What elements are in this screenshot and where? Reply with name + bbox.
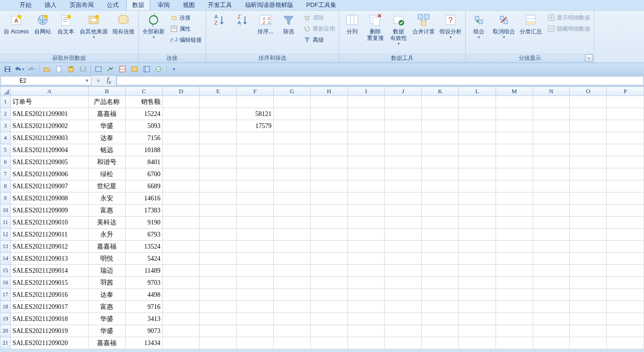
- cell-I7[interactable]: [348, 168, 385, 180]
- cell-N1[interactable]: [533, 96, 570, 108]
- tab-2[interactable]: 页面布局: [64, 0, 99, 10]
- row-header-1[interactable]: 1: [0, 96, 11, 108]
- cell-A9[interactable]: SALES20211209008: [10, 192, 88, 205]
- cell-O9[interactable]: [570, 192, 607, 205]
- col-header-F[interactable]: F: [237, 87, 274, 96]
- cell-M13[interactable]: [496, 241, 533, 253]
- cell-J4[interactable]: [385, 132, 422, 144]
- cell-C2[interactable]: 15224: [125, 108, 162, 120]
- qat-extra-6-icon[interactable]: [154, 64, 163, 74]
- row-header-9[interactable]: 9: [0, 192, 11, 205]
- cell-M14[interactable]: [496, 253, 533, 265]
- cell-P11[interactable]: [607, 217, 644, 229]
- cell-H3[interactable]: [310, 120, 348, 132]
- redo-icon[interactable]: ▾: [27, 64, 36, 74]
- cell-C4[interactable]: 7156: [125, 132, 162, 144]
- cell-E17[interactable]: [200, 289, 237, 301]
- cell-B19[interactable]: 华盛: [88, 313, 125, 325]
- cell-J18[interactable]: [385, 301, 422, 313]
- cell-B3[interactable]: 华盛: [88, 120, 125, 132]
- cell-L18[interactable]: [459, 301, 496, 313]
- cell-J11[interactable]: [385, 217, 422, 229]
- cell-J19[interactable]: [385, 313, 422, 325]
- cell-C16[interactable]: 9703: [125, 277, 162, 289]
- cell-N5[interactable]: [533, 144, 570, 156]
- cell-K13[interactable]: [422, 241, 459, 253]
- cell-E1[interactable]: [200, 96, 237, 108]
- cell-B10[interactable]: 富惠: [88, 205, 125, 217]
- cell-N18[interactable]: [533, 301, 570, 313]
- cell-I20[interactable]: [348, 325, 385, 337]
- cell-J8[interactable]: [385, 180, 422, 192]
- cell-D2[interactable]: [162, 108, 200, 120]
- cell-L7[interactable]: [459, 168, 496, 180]
- cell-P8[interactable]: [607, 180, 644, 192]
- from-web-button[interactable]: 自网站: [32, 12, 54, 40]
- connections-button[interactable]: 连接: [168, 13, 204, 23]
- col-header-G[interactable]: G: [274, 87, 311, 96]
- remove-dup-button[interactable]: 删除重复项: [364, 12, 386, 47]
- row-header-17[interactable]: 17: [0, 289, 11, 301]
- cell-L13[interactable]: [459, 241, 496, 253]
- refresh-all-button[interactable]: 全部刷新▾: [141, 12, 167, 40]
- cell-C21[interactable]: 13434: [125, 337, 162, 349]
- cell-K17[interactable]: [422, 289, 459, 301]
- cell-E6[interactable]: [200, 156, 237, 168]
- cell-P14[interactable]: [607, 253, 644, 265]
- cell-F8[interactable]: [237, 180, 274, 192]
- cell-N17[interactable]: [533, 289, 570, 301]
- cell-C3[interactable]: 5093: [125, 120, 162, 132]
- cell-G4[interactable]: [274, 132, 311, 144]
- cell-E8[interactable]: [200, 180, 237, 192]
- cell-H8[interactable]: [310, 180, 348, 192]
- cell-P7[interactable]: [607, 168, 644, 180]
- cell-E12[interactable]: [200, 229, 237, 241]
- cell-C9[interactable]: 14616: [125, 192, 162, 205]
- cell-M12[interactable]: [496, 229, 533, 241]
- col-header-J[interactable]: J: [385, 87, 422, 96]
- cell-P5[interactable]: [607, 144, 644, 156]
- cell-I11[interactable]: [348, 217, 385, 229]
- cell-L16[interactable]: [459, 277, 496, 289]
- cell-H20[interactable]: [310, 325, 348, 337]
- cell-H18[interactable]: [310, 301, 348, 313]
- cell-F4[interactable]: [237, 132, 274, 144]
- sort-button[interactable]: AZZA排序...: [254, 12, 277, 36]
- cell-H1[interactable]: [310, 96, 348, 108]
- cell-C5[interactable]: 10188: [125, 144, 162, 156]
- cell-F21[interactable]: [237, 337, 274, 349]
- cell-I9[interactable]: [348, 192, 385, 205]
- cell-C12[interactable]: 6793: [125, 229, 162, 241]
- cell-M5[interactable]: [496, 144, 533, 156]
- name-box[interactable]: E2 ▼: [0, 76, 91, 85]
- cell-I15[interactable]: [348, 265, 385, 277]
- qat-extra-4-icon[interactable]: [130, 64, 139, 74]
- sort-asc-button[interactable]: AZ: [208, 12, 230, 36]
- cell-K20[interactable]: [422, 325, 459, 337]
- cell-O6[interactable]: [570, 156, 607, 168]
- cell-E21[interactable]: [200, 337, 237, 349]
- cell-L1[interactable]: [459, 96, 496, 108]
- cell-P4[interactable]: [607, 132, 644, 144]
- cell-G1[interactable]: [274, 96, 311, 108]
- cell-C13[interactable]: 13524: [125, 241, 162, 253]
- cell-J5[interactable]: [385, 144, 422, 156]
- cell-K6[interactable]: [422, 156, 459, 168]
- cell-H10[interactable]: [310, 205, 348, 217]
- cell-B16[interactable]: 羽茜: [88, 277, 125, 289]
- cell-P19[interactable]: [607, 313, 644, 325]
- cell-L6[interactable]: [459, 156, 496, 168]
- cell-J6[interactable]: [385, 156, 422, 168]
- cell-L9[interactable]: [459, 192, 496, 205]
- cell-M10[interactable]: [496, 205, 533, 217]
- col-header-M[interactable]: M: [496, 87, 533, 96]
- cell-A20[interactable]: SALES20211209019: [10, 325, 88, 337]
- paste-icon[interactable]: [66, 64, 76, 74]
- tab-9[interactable]: PDF工具集: [301, 0, 342, 10]
- cell-O15[interactable]: [570, 265, 607, 277]
- cell-I1[interactable]: [348, 96, 385, 108]
- cell-H7[interactable]: [310, 168, 348, 180]
- cell-G16[interactable]: [274, 277, 311, 289]
- cell-I12[interactable]: [348, 229, 385, 241]
- cell-L17[interactable]: [459, 289, 496, 301]
